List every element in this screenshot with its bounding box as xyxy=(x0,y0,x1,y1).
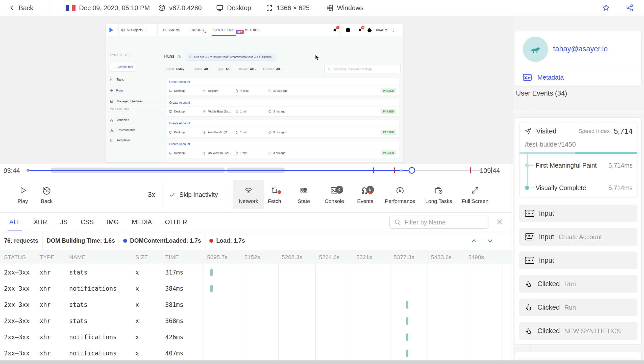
filter-status[interactable]: StatusAll xyxy=(194,67,211,71)
horizontal-scrollbar[interactable] xyxy=(0,360,644,364)
app-body: SYNTHETICS Create Test TestsRunsManage S… xyxy=(106,36,403,162)
network-tab-img[interactable]: IMG xyxy=(107,213,119,232)
app-tab-metrics[interactable]: METRICS xyxy=(245,24,260,36)
user-event-input[interactable]: InputCreate Account xyxy=(519,228,637,246)
jump-next-button[interactable] xyxy=(487,237,493,244)
network-tab-other[interactable]: OTHER xyxy=(165,213,187,232)
rewind-10-icon: 10 xyxy=(42,185,52,195)
app-section-label: SYNTHETICS xyxy=(110,54,131,57)
events-group-card: Visited Speed Index 5,714 /test-builder/… xyxy=(515,117,642,345)
network-tab-media[interactable]: MEDIA xyxy=(132,213,152,232)
time-axis-label: 5152s xyxy=(244,250,260,264)
filter-period[interactable]: PeriodToday xyxy=(165,67,187,71)
state-panel-button[interactable]: State xyxy=(286,179,321,210)
run-test-name[interactable]: Create Account xyxy=(169,122,190,125)
replay-viewport[interactable]: All Projects SESSIONSERRORSSYNTHETICSNEW… xyxy=(106,24,403,162)
timeline-playhead[interactable] xyxy=(409,167,415,174)
user-events-title: User Events (34) xyxy=(516,89,567,97)
cli-link[interactable]: CLI xyxy=(205,55,209,58)
sidebar-item-templates[interactable]: Templates xyxy=(110,135,135,145)
app-tab-errors[interactable]: ERRORS xyxy=(190,24,204,36)
svg-text:10: 10 xyxy=(45,189,49,192)
network-filter-input[interactable] xyxy=(404,218,488,226)
run-test-name[interactable]: Create Account xyxy=(169,80,190,84)
metadata-button[interactable]: Metadata xyxy=(523,72,564,83)
mouse-cursor xyxy=(315,55,320,62)
sidebar-item-environments[interactable]: Environments xyxy=(110,125,135,135)
jump-previous-button[interactable] xyxy=(471,237,478,244)
app-logo-icon xyxy=(108,27,115,33)
favorite-star-button[interactable] xyxy=(602,4,610,12)
test-search-input[interactable] xyxy=(333,67,400,71)
run-card[interactable]: Create AccountDesktopMiddle East (Ba...1… xyxy=(167,99,399,116)
france-flag-icon xyxy=(66,5,76,11)
speed-index-value: 5,714 xyxy=(614,127,633,135)
back-10-button[interactable]: 10 Back xyxy=(29,179,64,210)
run-card[interactable]: Create AccountDesktopUS West (N. Cal...1… xyxy=(167,141,399,158)
full-screen-button[interactable]: Full Screen xyxy=(457,179,493,210)
close-panel-button[interactable] xyxy=(496,218,503,226)
network-request-row[interactable]: 2xx–3xxxhrnotificationsx407ms xyxy=(0,345,513,361)
filter-device[interactable]: DeviceAll xyxy=(239,67,257,71)
playback-speed-button[interactable]: 3x xyxy=(141,177,162,212)
fetch-icon xyxy=(270,185,279,195)
create-test-button[interactable]: Create Test xyxy=(109,63,137,71)
session-player-window: Back Dec 09, 2020, 05:10 PM v87.0.4280 D… xyxy=(0,0,644,364)
kebab-menu-icon[interactable] xyxy=(392,24,396,36)
run-card[interactable]: Create AccountDesktopCanada (Central)1 m… xyxy=(167,161,399,162)
notifications-bell-icon[interactable]: 33 xyxy=(357,24,362,36)
user-event-click[interactable]: ClickedNEW SYNTHETICS xyxy=(519,322,637,340)
user-email-link[interactable]: tahay@asayer.io xyxy=(553,45,608,53)
sidebar-item-tests[interactable]: Tests xyxy=(110,74,143,85)
events-panel-button[interactable]: 6 Events xyxy=(348,179,383,210)
sidebar-item-variables[interactable]: Variables xyxy=(110,115,135,125)
announcements-icon[interactable]: 1 xyxy=(333,24,338,36)
app-tab-sessions[interactable]: SESSIONS xyxy=(163,24,180,36)
network-request-row[interactable]: 2xx–3xxxhrnotificationsx426ms xyxy=(0,329,513,345)
user-event-click[interactable]: ClickedRun xyxy=(519,275,637,293)
run-card[interactable]: Create AccountDesktopBelgium4 secs27 sec… xyxy=(167,78,399,96)
network-request-row[interactable]: 2xx–3xxxhrnotificationsx384ms xyxy=(0,281,513,297)
skip-inactivity-toggle[interactable]: Skip Inactivity xyxy=(169,177,218,212)
project-selector[interactable]: All Projects xyxy=(121,24,147,36)
player-controls: Play 10 Back 3x Skip Inactivity Network … xyxy=(0,177,513,212)
bell-badge: 33 xyxy=(361,26,364,29)
performance-panel-button[interactable]: Performance xyxy=(382,179,418,210)
screen-size-icon xyxy=(265,4,273,12)
filter-location[interactable]: LocationAll xyxy=(263,67,283,71)
app-configure-menu: VariablesEnvironmentsTemplates xyxy=(110,115,135,145)
run-test-name[interactable]: Create Account xyxy=(169,101,190,104)
user-event-click[interactable]: ClickedRun xyxy=(519,299,637,316)
puzzle-icon: 6 xyxy=(361,185,370,195)
console-icon: 4 xyxy=(330,185,339,195)
device-icon xyxy=(169,131,172,134)
share-button[interactable] xyxy=(626,4,634,12)
long-tasks-panel-button[interactable]: Long Tasks xyxy=(421,179,456,210)
test-search-box[interactable] xyxy=(324,65,401,73)
recording-spinner-icon[interactable] xyxy=(345,24,351,36)
username-menu[interactable]: KRAIEM xyxy=(376,24,387,36)
visited-event-card[interactable]: Visited Speed Index 5,714 /test-builder/… xyxy=(519,122,637,197)
console-panel-button[interactable]: 4 Console xyxy=(317,179,352,210)
network-tab-css[interactable]: CSS xyxy=(81,213,93,232)
network-request-row[interactable]: 2xx–3xxxhrstatsx317ms xyxy=(0,264,513,281)
run-card[interactable]: Create AccountDesktopAsia Pacific (M...1… xyxy=(167,120,399,137)
time-ago-icon xyxy=(268,151,271,155)
settings-gear-icon[interactable] xyxy=(367,24,372,36)
filter-type[interactable]: TypeAll xyxy=(217,67,233,71)
network-tab-all[interactable]: ALL xyxy=(9,213,20,232)
network-filter-box[interactable] xyxy=(389,216,488,229)
run-test-name[interactable]: Create Account xyxy=(169,142,190,146)
app-tab-synthetics[interactable]: SYNTHETICSNEW xyxy=(213,24,234,36)
sidebar-item-runs[interactable]: Runs xyxy=(110,85,143,96)
user-event-input[interactable]: Input xyxy=(519,252,637,269)
network-request-row[interactable]: 2xx–3xxxhrstatsx368ms xyxy=(0,313,513,329)
monitor-icon xyxy=(216,4,224,12)
network-request-row[interactable]: 2xx–3xxxhrstatsx381ms xyxy=(0,297,513,313)
back-button[interactable]: Back xyxy=(9,0,33,16)
network-tab-js[interactable]: JS xyxy=(60,213,67,232)
timeline-track[interactable] xyxy=(28,164,482,177)
id-card-icon xyxy=(523,74,532,81)
network-tab-xhr[interactable]: XHR xyxy=(34,213,47,232)
user-event-input[interactable]: Input xyxy=(519,204,637,222)
